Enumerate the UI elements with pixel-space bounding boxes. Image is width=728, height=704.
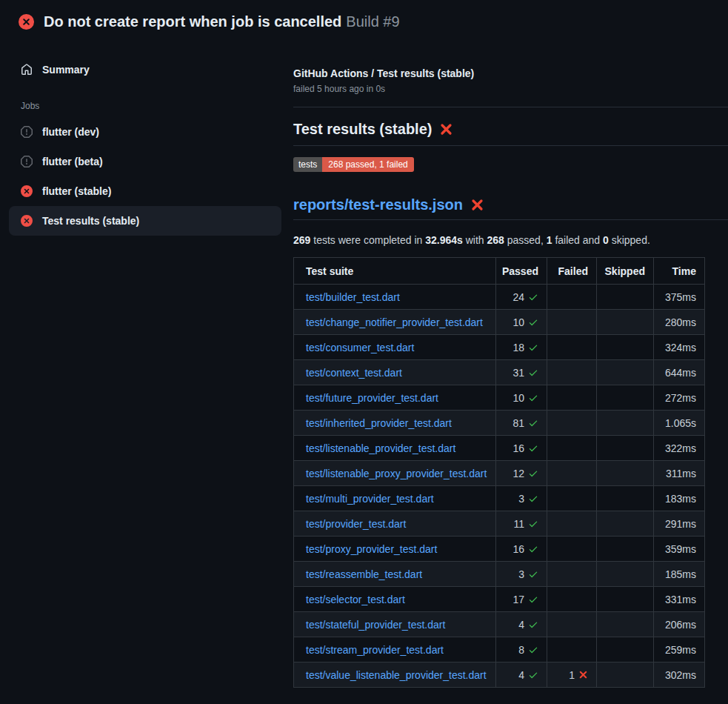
time-cell: 302ms <box>654 663 705 688</box>
skipped-cell <box>597 385 654 411</box>
passed-count: 10 <box>512 392 524 404</box>
failed-cell <box>547 486 597 511</box>
red-cross-icon <box>439 122 453 136</box>
sidebar-job-item[interactable]: flutter (dev) <box>9 117 281 147</box>
page-title: Do not create report when job is cancell… <box>44 13 400 30</box>
test-suite-link[interactable]: test/context_test.dart <box>306 367 402 379</box>
suite-cell: test/context_test.dart <box>294 360 496 385</box>
skipped-cell <box>597 612 654 637</box>
failed-cell <box>547 285 597 310</box>
main-content: GitHub Actions / Test results (stable) f… <box>293 41 728 688</box>
table-row: test/consumer_test.dart18324ms <box>294 335 705 360</box>
skipped-cell <box>597 461 654 486</box>
suite-cell: test/consumer_test.dart <box>294 335 496 360</box>
passed-count: 17 <box>512 594 524 605</box>
skipped-cell <box>597 637 654 663</box>
column-header: Time <box>654 258 705 285</box>
test-suite-link[interactable]: test/value_listenable_provider_test.dart <box>306 669 487 681</box>
time-cell: 331ms <box>654 587 705 612</box>
suite-cell: test/proxy_provider_test.dart <box>294 537 496 562</box>
passed-cell: 3 <box>496 486 547 511</box>
failed-cell <box>547 335 597 360</box>
passed-cell: 10 <box>496 310 547 335</box>
failed-cell <box>547 562 597 587</box>
skipped-cell <box>597 436 654 461</box>
test-suite-link[interactable]: test/builder_test.dart <box>306 291 400 303</box>
sidebar-job-item[interactable]: flutter (stable) <box>9 176 281 206</box>
failed-cell <box>547 310 597 335</box>
time-cell: 185ms <box>654 562 705 587</box>
build-number: Build #9 <box>346 13 399 30</box>
passed-count: 16 <box>512 442 524 454</box>
jobs-list: flutter (dev)flutter (beta)flutter (stab… <box>9 117 281 236</box>
passed-count: 4 <box>518 619 524 631</box>
passed-count: 81 <box>512 417 524 429</box>
skipped-cell <box>597 285 654 310</box>
test-suite-link[interactable]: test/listenable_provider_test.dart <box>306 442 455 454</box>
table-row: test/stateful_provider_test.dart4206ms <box>294 612 705 637</box>
summary-number: 0 <box>603 234 609 246</box>
test-suite-link[interactable]: test/selector_test.dart <box>306 594 405 605</box>
check-icon <box>528 292 538 302</box>
skipped-cell <box>597 335 654 360</box>
test-suite-link[interactable]: test/stream_provider_test.dart <box>306 644 444 656</box>
test-suite-link[interactable]: test/proxy_provider_test.dart <box>306 543 437 555</box>
check-icon <box>528 393 538 403</box>
suite-cell: test/listenable_proxy_provider_test.dart <box>294 461 496 486</box>
table-row: test/reassemble_test.dart3185ms <box>294 562 705 587</box>
test-suite-link[interactable]: test/consumer_test.dart <box>306 342 414 353</box>
suite-cell: test/change_notifier_provider_test.dart <box>294 310 496 335</box>
sidebar: Summary Jobs flutter (dev)flutter (beta)… <box>0 41 293 236</box>
suite-cell: test/builder_test.dart <box>294 285 496 310</box>
check-icon <box>528 494 538 504</box>
test-suite-link[interactable]: test/multi_provider_test.dart <box>306 493 434 505</box>
failed-cell <box>547 411 597 436</box>
table-row: test/change_notifier_provider_test.dart1… <box>294 310 705 335</box>
test-suite-link[interactable]: test/stateful_provider_test.dart <box>306 619 445 631</box>
badge-value: 268 passed, 1 failed <box>322 157 413 172</box>
test-suite-link[interactable]: test/provider_test.dart <box>306 518 406 530</box>
suite-cell: test/stream_provider_test.dart <box>294 637 496 663</box>
skipped-cell <box>597 587 654 612</box>
time-cell: 1.065s <box>654 411 705 436</box>
check-icon <box>528 544 538 554</box>
test-suite-link[interactable]: test/reassemble_test.dart <box>306 568 422 580</box>
check-icon <box>528 418 538 428</box>
sidebar-job-item[interactable]: flutter (beta) <box>9 147 281 176</box>
passed-cell: 8 <box>496 637 547 663</box>
table-row: test/future_provider_test.dart10272ms <box>294 385 705 411</box>
suite-cell: test/inherited_provider_test.dart <box>294 411 496 436</box>
passed-count: 10 <box>512 316 524 328</box>
home-icon <box>21 64 33 76</box>
test-suite-link[interactable]: test/listenable_proxy_provider_test.dart <box>306 468 487 479</box>
summary-number: 32.964s <box>425 234 463 246</box>
sidebar-job-item[interactable]: Test results (stable) <box>9 206 281 236</box>
summary-text: tests were completed in <box>310 234 425 246</box>
table-row: test/stream_provider_test.dart8259ms <box>294 637 705 663</box>
failed-cell <box>547 612 597 637</box>
test-suite-link[interactable]: test/change_notifier_provider_test.dart <box>306 316 483 328</box>
column-header: Test suite <box>294 258 496 285</box>
failed-cell <box>547 587 597 612</box>
failed-cell <box>547 537 597 562</box>
passed-cell: 11 <box>496 511 547 537</box>
check-icon <box>528 569 538 580</box>
x-icon <box>578 670 588 680</box>
table-row: test/listenable_provider_test.dart16322m… <box>294 436 705 461</box>
time-cell: 206ms <box>654 612 705 637</box>
table-row: test/inherited_provider_test.dart811.065… <box>294 411 705 436</box>
skipped-cell <box>597 360 654 385</box>
check-icon <box>528 342 538 353</box>
time-cell: 280ms <box>654 310 705 335</box>
cancelled-icon <box>21 126 33 138</box>
failed-cell <box>547 385 597 411</box>
test-suite-link[interactable]: test/future_provider_test.dart <box>306 392 438 404</box>
sidebar-item-summary[interactable]: Summary <box>9 59 281 81</box>
passed-cell: 81 <box>496 411 547 436</box>
sidebar-summary-label: Summary <box>42 64 90 76</box>
passed-cell: 3 <box>496 562 547 587</box>
summary-number: 1 <box>547 234 552 246</box>
test-suite-link[interactable]: test/inherited_provider_test.dart <box>306 417 452 429</box>
passed-count: 4 <box>518 669 524 681</box>
report-file-link[interactable]: reports/test-results.json <box>293 196 463 213</box>
